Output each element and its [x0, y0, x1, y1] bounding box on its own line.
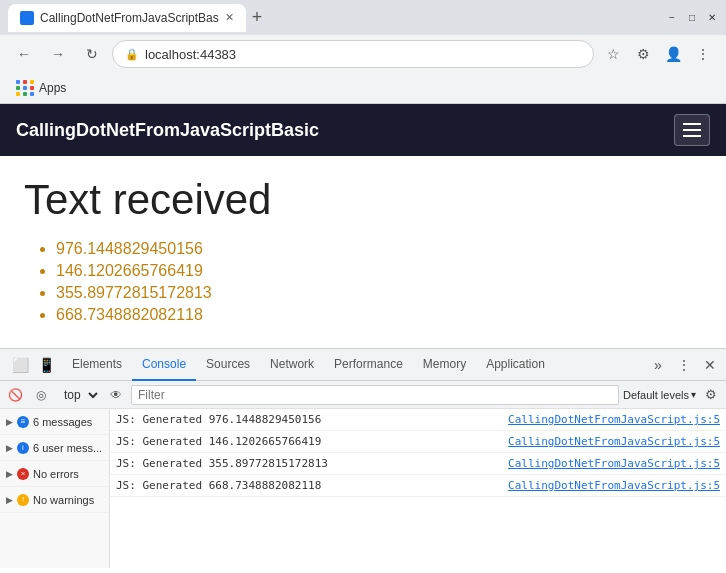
context-selector[interactable]: top	[56, 386, 101, 404]
log-row: JS: Generated 668.7348882082118CallingDo…	[110, 475, 726, 497]
list-item: 976.1448829450156	[56, 240, 702, 258]
forward-button[interactable]: →	[44, 40, 72, 68]
lock-icon: 🔒	[125, 48, 139, 61]
devtools-tab-memory[interactable]: Memory	[413, 349, 476, 381]
reload-button[interactable]: ↻	[78, 40, 106, 68]
number-list: 976.1448829450156146.1202665766419355.89…	[24, 240, 702, 324]
url-text: localhost:44383	[145, 47, 581, 62]
devtools-content: ▶≡6 messages▶i6 user mess...▶×No errors▶…	[0, 409, 726, 568]
devtools-panel: ⬜ 📱 ElementsConsoleSourcesNetworkPerform…	[0, 348, 726, 568]
level-label: Default levels	[623, 389, 689, 401]
new-tab-button[interactable]: +	[252, 7, 263, 28]
list-item: 146.1202665766419	[56, 262, 702, 280]
log-source-link[interactable]: CallingDotNetFromJavaScript.js:5	[508, 413, 720, 426]
!-icon: !	[17, 494, 29, 506]
log-source-link[interactable]: CallingDotNetFromJavaScript.js:5	[508, 457, 720, 470]
tab-favicon	[20, 11, 34, 25]
filter-input[interactable]	[131, 385, 619, 405]
title-bar: CallingDotNetFromJavaScriptBas ✕ + − □ ✕	[0, 0, 726, 35]
log-row: JS: Generated 146.1202665766419CallingDo…	[110, 431, 726, 453]
devtools-actions: » ⋮ ✕	[646, 353, 722, 377]
address-bar-actions: ☆ ⚙ 👤 ⋮	[600, 41, 716, 67]
url-box[interactable]: 🔒 localhost:44383	[112, 40, 594, 68]
profile-button[interactable]: 👤	[660, 41, 686, 67]
console-settings-button[interactable]: ⚙	[700, 384, 722, 406]
chevron-right-icon: ▶	[6, 495, 13, 505]
log-source-link[interactable]: CallingDotNetFromJavaScript.js:5	[508, 435, 720, 448]
×-icon: ×	[17, 468, 29, 480]
sidebar-item-1[interactable]: ▶i6 user mess...	[0, 435, 109, 461]
devtools-tabs: ⬜ 📱 ElementsConsoleSourcesNetworkPerform…	[0, 349, 726, 381]
devtools-tab-group: ElementsConsoleSourcesNetworkPerformance…	[62, 349, 646, 381]
devtools-tab-sources[interactable]: Sources	[196, 349, 260, 381]
navbar: CallingDotNetFromJavaScriptBasic	[0, 104, 726, 156]
bookmark-button[interactable]: ☆	[600, 41, 626, 67]
log-message: JS: Generated 668.7348882082118	[116, 479, 508, 492]
log-row: JS: Generated 976.1448829450156CallingDo…	[110, 409, 726, 431]
devtools-log-area: JS: Generated 976.1448829450156CallingDo…	[110, 409, 726, 568]
tab-close-button[interactable]: ✕	[225, 11, 234, 24]
profile-extensions-button[interactable]: ⚙	[630, 41, 656, 67]
apps-label: Apps	[39, 81, 66, 95]
devtools-sidebar: ▶≡6 messages▶i6 user mess...▶×No errors▶…	[0, 409, 110, 568]
devtools-settings-button[interactable]: ⋮	[672, 353, 696, 377]
devtools-tab-performance[interactable]: Performance	[324, 349, 413, 381]
menu-button[interactable]: ⋮	[690, 41, 716, 67]
restore-button[interactable]: □	[686, 12, 698, 24]
more-tabs-button[interactable]: »	[646, 353, 670, 377]
sidebar-item-label: No warnings	[33, 494, 94, 506]
eye-button[interactable]: 👁	[105, 384, 127, 406]
chevron-right-icon: ▶	[6, 443, 13, 453]
chevron-right-icon: ▶	[6, 469, 13, 479]
dt-left-icons: ⬜ 📱	[4, 353, 62, 377]
clear-console-button[interactable]: 🚫	[4, 384, 26, 406]
close-button[interactable]: ✕	[706, 12, 718, 24]
active-tab[interactable]: CallingDotNetFromJavaScriptBas ✕	[8, 4, 246, 32]
sidebar-item-label: 6 user mess...	[33, 442, 102, 454]
main-area: Text received 976.1448829450156146.12026…	[0, 156, 726, 348]
toggle-bar-2	[683, 129, 701, 131]
toggle-bar-1	[683, 123, 701, 125]
sidebar-item-0[interactable]: ▶≡6 messages	[0, 409, 109, 435]
log-message: JS: Generated 146.1202665766419	[116, 435, 508, 448]
devtools-tab-console[interactable]: Console	[132, 349, 196, 381]
sidebar-item-2[interactable]: ▶×No errors	[0, 461, 109, 487]
devtools-tab-application[interactable]: Application	[476, 349, 555, 381]
navbar-toggle-button[interactable]	[674, 114, 710, 146]
sidebar-item-3[interactable]: ▶!No warnings	[0, 487, 109, 513]
bookmarks-bar: Apps	[0, 73, 726, 103]
console-filter-toggle[interactable]: ◎	[30, 384, 52, 406]
list-icon: ≡	[17, 416, 29, 428]
log-row: JS: Generated 355.89772815172813CallingD…	[110, 453, 726, 475]
sidebar-item-label: 6 messages	[33, 416, 92, 428]
apps-grid-icon	[16, 80, 35, 96]
chevron-right-icon: ▶	[6, 417, 13, 427]
devtools-close-button[interactable]: ✕	[698, 353, 722, 377]
inspect-element-button[interactable]: ⬜	[8, 353, 32, 377]
tab-title: CallingDotNetFromJavaScriptBas	[40, 11, 219, 25]
minimize-button[interactable]: −	[666, 12, 678, 24]
user-icon: i	[17, 442, 29, 454]
page-content: CallingDotNetFromJavaScriptBasic Text re…	[0, 104, 726, 348]
devtools-toolbar: 🚫 ◎ top 👁 Default levels ▾ ⚙	[0, 381, 726, 409]
log-source-link[interactable]: CallingDotNetFromJavaScript.js:5	[508, 479, 720, 492]
log-message: JS: Generated 355.89772815172813	[116, 457, 508, 470]
window-controls: − □ ✕	[666, 12, 718, 24]
page-title: Text received	[24, 176, 702, 224]
navbar-brand: CallingDotNetFromJavaScriptBasic	[16, 120, 674, 141]
list-item: 668.7348882082118	[56, 306, 702, 324]
browser-chrome: CallingDotNetFromJavaScriptBas ✕ + − □ ✕…	[0, 0, 726, 104]
devtools-tab-elements[interactable]: Elements	[62, 349, 132, 381]
sidebar-item-label: No errors	[33, 468, 79, 480]
level-selector-group: Default levels ▾	[623, 389, 696, 401]
list-item: 355.89772815172813	[56, 284, 702, 302]
apps-bookmark[interactable]: Apps	[10, 78, 72, 98]
level-dropdown-icon: ▾	[691, 389, 696, 400]
address-bar: ← → ↻ 🔒 localhost:44383 ☆ ⚙ 👤 ⋮	[0, 35, 726, 73]
devtools-tab-network[interactable]: Network	[260, 349, 324, 381]
log-message: JS: Generated 976.1448829450156	[116, 413, 508, 426]
toggle-bar-3	[683, 135, 701, 137]
back-button[interactable]: ←	[10, 40, 38, 68]
device-toggle-button[interactable]: 📱	[34, 353, 58, 377]
